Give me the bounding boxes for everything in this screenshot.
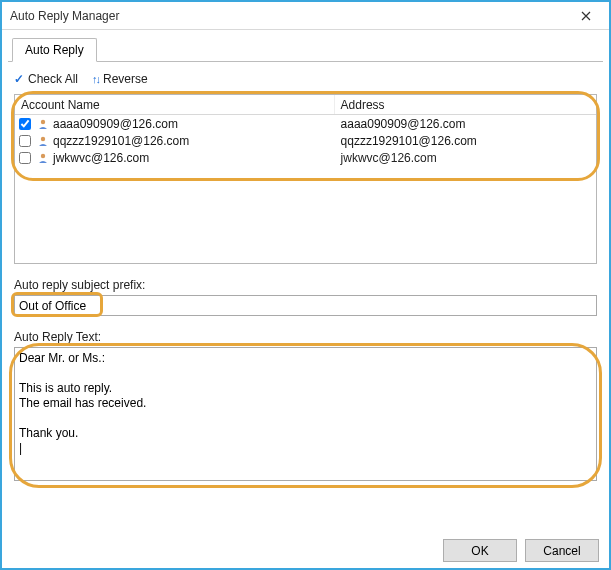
subject-prefix-label: Auto reply subject prefix: xyxy=(14,278,597,292)
row-checkbox[interactable] xyxy=(19,118,31,130)
tab-auto-reply[interactable]: Auto Reply xyxy=(12,38,97,62)
col-header-address[interactable]: Address xyxy=(335,95,596,114)
reverse-icon: ↑↓ xyxy=(92,73,99,85)
row-account: aaaa090909@126.com xyxy=(51,117,335,131)
close-icon xyxy=(581,11,591,21)
content-area: ✓ Check All ↑↓ Reverse Account Name Addr… xyxy=(2,62,609,490)
row-account: jwkwvc@126.com xyxy=(51,151,335,165)
row-checkbox[interactable] xyxy=(19,135,31,147)
person-icon xyxy=(35,152,51,164)
reverse-label: Reverse xyxy=(103,72,148,86)
list-body: aaaa090909@126.com aaaa090909@126.com qq… xyxy=(15,115,596,166)
check-icon: ✓ xyxy=(14,72,24,86)
tab-bar: Auto Reply xyxy=(8,34,603,62)
account-list: Account Name Address aaaa090909@126.com … xyxy=(14,94,597,264)
row-address: aaaa090909@126.com xyxy=(335,117,596,131)
subject-prefix-input[interactable] xyxy=(14,295,597,316)
row-address: qqzzz1929101@126.com xyxy=(335,134,596,148)
list-toolbar: ✓ Check All ↑↓ Reverse xyxy=(14,72,597,86)
person-icon xyxy=(35,118,51,130)
dialog-footer: OK Cancel xyxy=(443,539,599,562)
reply-text-input[interactable] xyxy=(14,347,597,481)
svg-point-1 xyxy=(41,136,45,140)
tab-label: Auto Reply xyxy=(25,43,84,57)
reply-text-label: Auto Reply Text: xyxy=(14,330,597,344)
row-account: qqzzz1929101@126.com xyxy=(51,134,335,148)
svg-point-0 xyxy=(41,119,45,123)
row-address: jwkwvc@126.com xyxy=(335,151,596,165)
close-button[interactable] xyxy=(569,5,603,27)
svg-point-2 xyxy=(41,153,45,157)
cancel-button[interactable]: Cancel xyxy=(525,539,599,562)
person-icon xyxy=(35,135,51,147)
list-row[interactable]: qqzzz1929101@126.com qqzzz1929101@126.co… xyxy=(15,132,596,149)
reverse-button[interactable]: ↑↓ Reverse xyxy=(92,72,148,86)
list-header: Account Name Address xyxy=(15,95,596,115)
row-checkbox[interactable] xyxy=(19,152,31,164)
list-row[interactable]: jwkwvc@126.com jwkwvc@126.com xyxy=(15,149,596,166)
ok-button[interactable]: OK xyxy=(443,539,517,562)
check-all-label: Check All xyxy=(28,72,78,86)
check-all-button[interactable]: ✓ Check All xyxy=(14,72,78,86)
titlebar: Auto Reply Manager xyxy=(2,2,609,30)
window-title: Auto Reply Manager xyxy=(10,9,569,23)
list-row[interactable]: aaaa090909@126.com aaaa090909@126.com xyxy=(15,115,596,132)
col-header-account[interactable]: Account Name xyxy=(15,95,335,114)
